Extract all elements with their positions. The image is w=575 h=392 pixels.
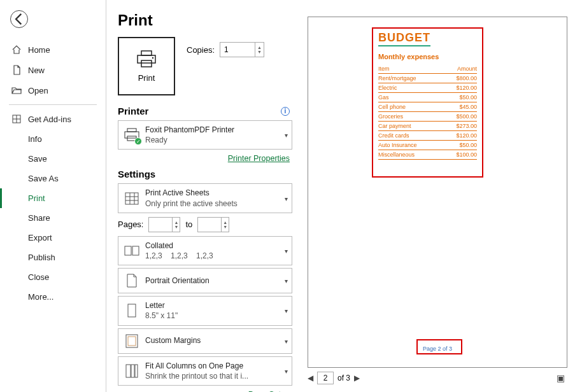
sidebar-item-open[interactable]: Open [0,80,106,101]
sidebar-item-new[interactable]: New [0,60,106,80]
opt-title: Print Active Sheets [145,188,238,198]
print-preview-pane: BUDGET Monthly expenses Item Amount Rent… [297,0,575,392]
sidebar-item-info[interactable]: Info [0,129,106,149]
spinner-arrows-icon[interactable]: ▲▼ [172,218,180,232]
sidebar-item-home[interactable]: Home [0,39,106,60]
svg-rect-15 [125,246,131,255]
sidebar-label: Share [28,213,50,223]
sidebar-label: Export [28,233,52,242]
opt-sub: Shrink the printout so that it i... [145,371,248,381]
page-total: of 3 [337,374,350,382]
option-margins[interactable]: Custom Margins ▾ [118,328,292,354]
sidebar-label: Save As [28,174,59,183]
new-icon [11,65,22,75]
sidebar-label: Info [28,134,42,144]
spinner-arrows-icon[interactable]: ▲▼ [221,218,229,232]
highlight-box [372,27,483,178]
sidebar-label: New [28,66,45,75]
pages-label: Pages: [118,220,143,229]
copies-label: Copies: [187,45,215,55]
page-title: Print [118,11,292,29]
highlight-box [416,339,462,354]
svg-rect-17 [128,304,136,317]
home-icon [11,45,22,55]
sidebar-label: Get Add-ins [28,115,71,124]
print-button[interactable]: Print [118,37,175,95]
preview-frame: BUDGET Monthly expenses Item Amount Rent… [308,17,567,368]
opt-title: Fit All Columns on One Page [145,361,248,371]
page-number-input[interactable] [317,372,334,384]
sheets-icon [125,192,139,205]
option-collate[interactable]: Collated1,2,3 1,2,3 1,2,3 ▾ [118,236,292,265]
pages-to-input[interactable]: ▲▼ [197,217,229,232]
sidebar-item-share[interactable]: Share [0,208,106,228]
opt-sub: 8.5" x 11" [145,311,178,321]
printer-name: Foxit PhantomPDF Printer [145,125,234,135]
collate-icon [124,245,139,256]
svg-rect-22 [135,365,138,377]
chevron-down-icon: ▾ [285,132,288,139]
printer-status: Ready [145,135,234,145]
sidebar-item-print[interactable]: Print [0,188,106,208]
zoom-to-page-button[interactable]: ▣ [557,373,565,383]
option-scaling[interactable]: Fit All Columns on One PageShrink the pr… [118,356,292,386]
check-icon: ✓ [134,137,142,145]
sidebar-label: Print [28,193,45,203]
sidebar-label: Save [28,154,47,164]
sidebar-label: Open [28,86,48,95]
print-button-label: Print [138,73,155,83]
info-icon[interactable]: i [281,107,290,116]
portrait-icon [126,274,138,288]
chevron-down-icon: ▾ [285,247,288,254]
sidebar-label: Home [28,45,50,55]
scale-icon [125,364,139,378]
preview-nav: ◀ of 3 ▶ ▣ [308,372,567,384]
sidebar-item-saveas[interactable]: Save As [0,169,106,188]
pages-from-input[interactable]: ▲▼ [148,217,180,232]
printer-icon [136,50,157,68]
print-panel: Print Print Copies: ▲▼ Printer i [106,0,297,392]
sidebar-item-save[interactable]: Save [0,149,106,169]
sidebar-item-more[interactable]: More... [0,287,106,307]
opt-title: Collated [145,241,213,251]
printer-heading: Printer [118,106,148,116]
copies-input[interactable]: ▲▼ [220,42,264,57]
option-print-what[interactable]: Print Active SheetsOnly print the active… [118,183,292,213]
prev-page-button[interactable]: ◀ [308,374,313,382]
chevron-down-icon: ▾ [285,367,288,374]
copies-field[interactable] [220,43,255,57]
preview-page: BUDGET Monthly expenses Item Amount Rent… [315,24,560,361]
printer-selector[interactable]: ✓ Foxit PhantomPDF Printer Ready ▾ [118,120,292,150]
open-icon [11,85,22,95]
printer-properties-link[interactable]: Printer Properties [228,154,290,163]
svg-rect-7 [127,129,136,132]
chevron-down-icon: ▾ [285,277,288,284]
option-paper[interactable]: Letter8.5" x 11" ▾ [118,296,292,325]
paper-icon [127,304,137,318]
arrow-left-icon [11,11,27,27]
opt-title: Custom Margins [145,335,201,346]
sidebar-item-export[interactable]: Export [0,228,106,248]
svg-rect-3 [141,51,152,55]
opt-sub: Only print the active sheets [145,199,238,209]
svg-rect-19 [128,337,136,346]
sidebar-item-addins[interactable]: Get Add-ins [0,109,106,129]
sidebar-label: More... [28,292,53,302]
settings-heading: Settings [118,169,155,179]
margins-icon [125,334,138,348]
chevron-down-icon: ▾ [285,307,288,314]
opt-sub: 1,2,3 1,2,3 1,2,3 [145,251,213,261]
opt-title: Letter [145,300,178,311]
svg-rect-20 [126,365,131,377]
svg-point-6 [152,57,153,58]
svg-rect-10 [125,193,138,204]
svg-rect-4 [138,55,155,63]
next-page-button[interactable]: ▶ [354,374,360,382]
option-orientation[interactable]: Portrait Orientation ▾ [118,268,292,293]
back-button[interactable] [10,10,28,28]
sidebar-item-close[interactable]: Close [0,267,106,287]
spinner-arrows-icon[interactable]: ▲▼ [255,43,264,57]
sidebar-item-publish[interactable]: Publish [0,248,106,267]
sidebar-divider [9,104,97,105]
svg-rect-16 [132,246,139,255]
